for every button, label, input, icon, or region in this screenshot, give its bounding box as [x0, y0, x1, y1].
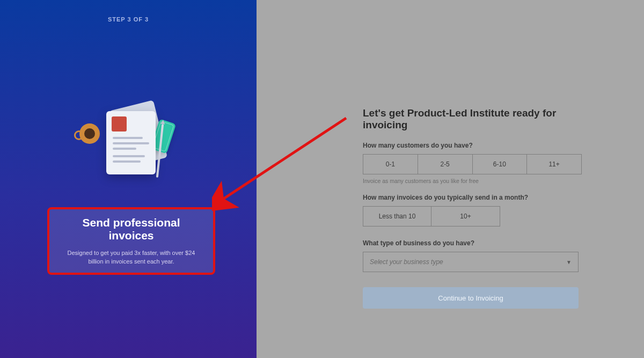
form-heading: Let's get Product-Led Institute ready fo…: [363, 107, 582, 131]
question-invoices: How many invoices do you typically send …: [363, 194, 582, 201]
stamp-icon: [112, 116, 127, 131]
invoices-option-10p[interactable]: 10+: [431, 206, 500, 227]
customers-options: 0-1 2-5 6-10 11+: [363, 154, 582, 174]
value-prop-title: Send professional invoices: [64, 216, 198, 242]
invoice-illustration: [86, 105, 177, 191]
onboarding-form-panel: Let's get Product-Led Institute ready fo…: [257, 0, 644, 358]
customers-option-11p[interactable]: 11+: [527, 154, 582, 174]
value-prop-card: Send professional invoices Designed to g…: [47, 207, 215, 275]
question-customers: How many customers do you have?: [363, 142, 582, 149]
chevron-down-icon: ▼: [566, 259, 572, 265]
invoice-paper-icon: [106, 111, 156, 174]
value-prop-desc: Designed to get you paid 3x faster, with…: [64, 249, 198, 266]
customers-option-0-1[interactable]: 0-1: [363, 154, 418, 174]
business-type-select[interactable]: Select your business type ▼: [363, 252, 579, 272]
customers-option-6-10[interactable]: 6-10: [473, 154, 528, 174]
invoices-options: Less than 10 10+: [363, 206, 582, 227]
continue-button[interactable]: Continue to Invoicing: [363, 287, 579, 309]
customers-option-2-5[interactable]: 2-5: [418, 154, 473, 174]
business-type-placeholder: Select your business type: [370, 258, 443, 266]
onboarding-sidebar: STEP 3 OF 3 Send professional invoices D…: [0, 0, 257, 358]
customers-hint: Invoice as many customers as you like fo…: [363, 178, 582, 184]
invoices-option-lt10[interactable]: Less than 10: [363, 206, 431, 227]
coffee-cup-icon: [79, 123, 100, 144]
step-indicator: STEP 3 OF 3: [0, 16, 257, 23]
question-biztype: What type of business do you have?: [363, 239, 582, 247]
invoicing-setup-form: Let's get Product-Led Institute ready fo…: [363, 107, 582, 309]
